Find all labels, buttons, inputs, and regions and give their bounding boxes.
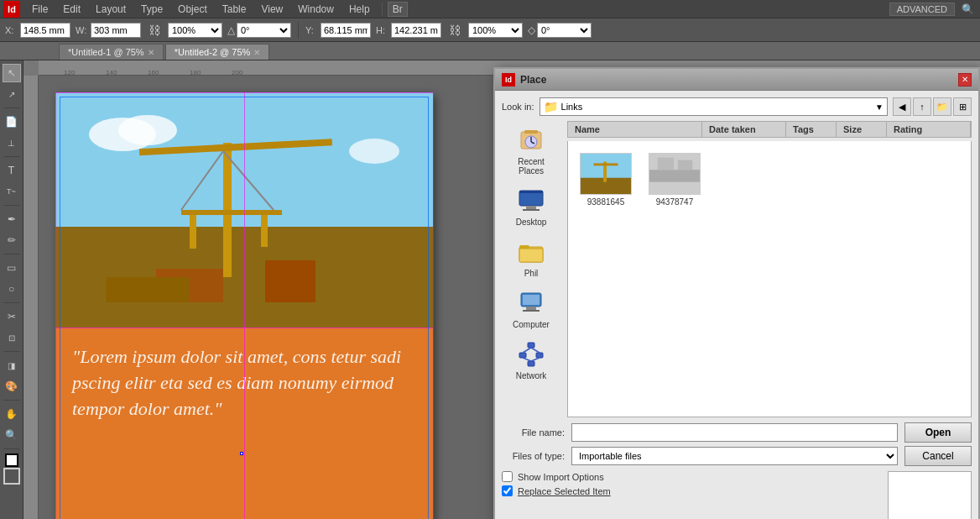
dialog-title-icon: Id <box>502 73 515 86</box>
menu-file[interactable]: File <box>25 2 55 17</box>
lorem-text: "Lorem ipsum dolor sit amet, cons tetur … <box>72 344 416 422</box>
bridge-btn[interactable]: Br <box>388 2 408 17</box>
zoom-tool[interactable]: 🔍 <box>3 426 21 444</box>
replace-selected-label: Replace Selected Item <box>518 486 611 496</box>
file-item-2[interactable]: 94378747 <box>645 149 704 210</box>
toolbar-divider <box>298 22 299 39</box>
svg-line-37 <box>531 348 540 353</box>
scissors-tool[interactable]: ✂ <box>3 307 21 326</box>
tab-untitled-1[interactable]: *Untitled-1 @ 75% ✕ <box>59 44 164 60</box>
svg-rect-30 <box>526 307 536 310</box>
col-header-date[interactable]: Date taken <box>702 122 786 137</box>
sidebar-computer[interactable]: Computer <box>502 284 560 333</box>
angle2-select[interactable]: 0° <box>537 23 592 38</box>
col-header-rating[interactable]: Rating <box>887 122 971 137</box>
x-field: X: <box>5 23 70 38</box>
gradient-tool[interactable]: ◨ <box>3 356 21 375</box>
fill-color[interactable] <box>5 453 18 467</box>
h-input[interactable] <box>391 23 441 38</box>
cancel-button[interactable]: Cancel <box>904 446 972 466</box>
dialog-bottom-fields: File name: Open Files of type: Importabl… <box>502 422 972 466</box>
angle1-select[interactable]: 0° <box>237 23 291 38</box>
stroke-color[interactable] <box>5 469 18 483</box>
page-tool[interactable]: 📄 <box>3 113 21 131</box>
look-in-nav: ◀ ↑ 📁 ⊞ <box>893 97 972 116</box>
sidebar-desktop[interactable]: Desktop <box>502 181 560 231</box>
chain-link-icon-2[interactable]: ⛓ <box>446 22 463 39</box>
advanced-button[interactable]: ADVANCED <box>889 3 955 16</box>
gap-tool[interactable]: ⊥ <box>3 134 21 152</box>
nav-new-folder-button[interactable]: 📁 <box>933 97 951 116</box>
nav-up-button[interactable]: ↑ <box>913 97 931 116</box>
menu-type[interactable]: Type <box>134 2 169 17</box>
file-item-1[interactable]: 93881645 <box>576 149 635 210</box>
pencil-tool[interactable]: ✏ <box>3 231 21 249</box>
y-label: Y: <box>305 25 319 35</box>
ellipse-tool[interactable]: ○ <box>3 280 21 298</box>
hand-tool[interactable]: ✋ <box>3 405 21 423</box>
nav-back-button[interactable]: ◀ <box>893 97 911 116</box>
type-path-tool[interactable]: T~ <box>3 182 21 201</box>
col-header-size[interactable]: Size <box>837 122 887 137</box>
dialog-main: Recent Places <box>502 121 972 417</box>
tab-untitled-2[interactable]: *Untitled-2 @ 75% ✕ <box>165 44 270 60</box>
angle1-field: △ 0° <box>227 23 291 38</box>
dialog-preview-row: Show Import Options Replace Selected Ite… <box>502 471 972 519</box>
menu-object[interactable]: Object <box>171 2 214 17</box>
menu-layout[interactable]: Layout <box>89 2 133 17</box>
menu-edit[interactable]: Edit <box>56 2 87 17</box>
scale-x-select[interactable]: 100% <box>168 23 222 38</box>
menu-help[interactable]: Help <box>342 2 377 17</box>
direct-select-tool[interactable]: ↗ <box>3 85 21 103</box>
file-name-1: 93881645 <box>587 197 625 207</box>
filetype-label: Files of type: <box>502 451 565 461</box>
look-in-select[interactable]: 📁 Links ▼ <box>540 97 888 116</box>
svg-point-4 <box>349 139 399 164</box>
open-button[interactable]: Open <box>904 422 972 443</box>
menu-window[interactable]: Window <box>291 2 341 17</box>
chain-link-icon[interactable]: ⛓ <box>146 22 163 39</box>
tab-close-2[interactable]: ✕ <box>253 48 260 57</box>
dialog-title-text: Place <box>520 74 958 86</box>
filename-input[interactable] <box>571 423 898 442</box>
folder-icon: 📁 <box>544 100 558 113</box>
svg-rect-34 <box>536 353 543 358</box>
x-input[interactable] <box>20 23 70 38</box>
scale-y-select[interactable]: 100% <box>468 23 523 38</box>
col-header-tags[interactable]: Tags <box>786 122 837 137</box>
svg-rect-31 <box>523 310 540 312</box>
angle2-field: ◇ 0° <box>528 23 592 38</box>
filetype-select[interactable]: Importable files <box>571 447 898 465</box>
svg-point-3 <box>118 115 177 145</box>
toolbar: X: W: ⛓ 100% △ 0° Y: H: ⛓ 100% ◇ 0° <box>0 18 980 42</box>
file-thumb-1 <box>580 153 632 195</box>
type-tool[interactable]: T <box>3 161 21 180</box>
sidebar-recent-places[interactable]: Recent Places <box>502 121 560 180</box>
file-list-header: Name Date taken Tags Size Rating <box>567 121 972 138</box>
col-header-name[interactable]: Name <box>568 122 702 137</box>
sidebar-phil[interactable]: Phil <box>502 233 560 282</box>
tab-close-1[interactable]: ✕ <box>148 48 154 57</box>
w-input[interactable] <box>91 23 141 38</box>
dialog-sidebar: Recent Places <box>502 121 560 417</box>
pen-tool[interactable]: ✒ <box>3 210 21 228</box>
replace-selected-checkbox[interactable] <box>502 485 513 496</box>
show-import-checkbox[interactable] <box>502 471 513 482</box>
selection-tool[interactable]: ↖ <box>3 64 21 82</box>
color-tool[interactable]: 🎨 <box>3 377 21 396</box>
place-dialog[interactable]: Id Place ✕ Look in: 📁 Links ▼ <box>493 67 980 519</box>
guide-v-right <box>433 92 434 519</box>
menu-table[interactable]: Table <box>216 2 253 17</box>
nav-view-button[interactable]: ⊞ <box>953 97 972 116</box>
search-icon[interactable]: 🔍 <box>958 0 977 18</box>
menu-view[interactable]: View <box>254 2 289 17</box>
tool-sep-6 <box>3 351 20 352</box>
free-transform-tool[interactable]: ⊡ <box>3 328 21 347</box>
recent-icon <box>516 125 546 155</box>
sidebar-network[interactable]: Network <box>502 335 560 385</box>
left-toolbar: ↖ ↗ 📄 ⊥ T T~ ✒ ✏ ▭ ○ ✂ ⊡ ◨ 🎨 ✋ 🔍 <box>0 60 23 519</box>
dialog-close-button[interactable]: ✕ <box>958 73 972 86</box>
rectangle-tool[interactable]: ▭ <box>3 259 21 277</box>
y-input[interactable] <box>321 23 371 38</box>
svg-rect-45 <box>649 170 700 182</box>
